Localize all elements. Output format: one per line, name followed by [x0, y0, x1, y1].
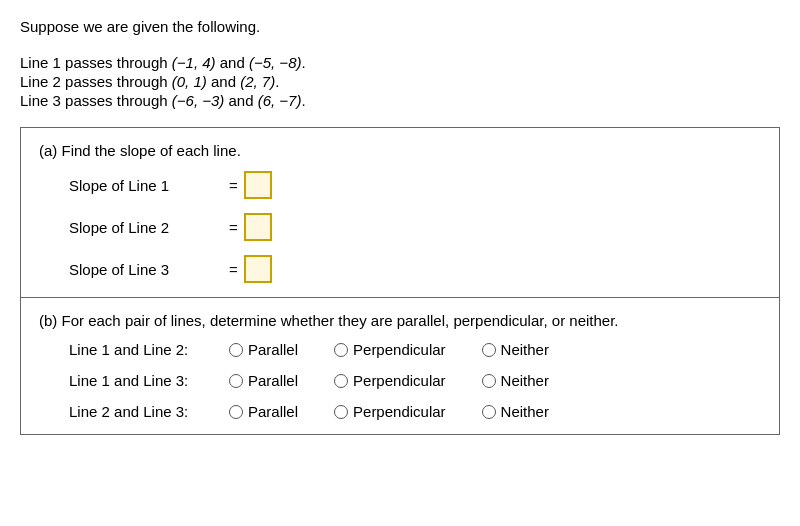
pair-1-neither-option[interactable]: Neither [482, 341, 549, 358]
pair-3-perpendicular-radio[interactable] [334, 405, 348, 419]
pair-1-neither-radio[interactable] [482, 343, 496, 357]
pair-2-radio-group: Parallel Perpendicular Neither [229, 372, 585, 389]
line2-desc: Line 2 passes through (0, 1) and (2, 7). [20, 73, 780, 90]
intro-title: Suppose we are given the following. [20, 18, 780, 35]
pair-3-parallel-label: Parallel [248, 403, 298, 420]
pair-1-perpendicular-label: Perpendicular [353, 341, 446, 358]
line1-desc: Line 1 passes through (−1, 4) and (−5, −… [20, 54, 780, 71]
pair-2-perpendicular-option[interactable]: Perpendicular [334, 372, 446, 389]
part-a-section: (a) Find the slope of each line. Slope o… [21, 128, 779, 298]
pair-2-neither-label: Neither [501, 372, 549, 389]
slope-input-3[interactable] [244, 255, 272, 283]
slope-input-1[interactable] [244, 171, 272, 199]
pair-3-neither-radio[interactable] [482, 405, 496, 419]
part-b-section: (b) For each pair of lines, determine wh… [21, 298, 779, 434]
part-b-title: (b) For each pair of lines, determine wh… [39, 312, 761, 329]
pair-2-parallel-option[interactable]: Parallel [229, 372, 298, 389]
pair-1-parallel-label: Parallel [248, 341, 298, 358]
pair-3-parallel-radio[interactable] [229, 405, 243, 419]
intro-section: Suppose we are given the following. Line… [20, 18, 780, 109]
slope-eq-2: = [229, 219, 238, 236]
slope-row-3: Slope of Line 3 = [69, 255, 761, 283]
slope-row-1: Slope of Line 1 = [69, 171, 761, 199]
slope-input-2[interactable] [244, 213, 272, 241]
pair-label-3: Line 2 and Line 3: [69, 403, 229, 420]
pair-3-parallel-option[interactable]: Parallel [229, 403, 298, 420]
pair-label-2: Line 1 and Line 3: [69, 372, 229, 389]
pair-1-radio-group: Parallel Perpendicular Neither [229, 341, 585, 358]
pair-1-perpendicular-radio[interactable] [334, 343, 348, 357]
slope-eq-1: = [229, 177, 238, 194]
pair-2-neither-option[interactable]: Neither [482, 372, 549, 389]
pair-3-perpendicular-option[interactable]: Perpendicular [334, 403, 446, 420]
pair-1-perpendicular-option[interactable]: Perpendicular [334, 341, 446, 358]
pair-1-parallel-option[interactable]: Parallel [229, 341, 298, 358]
pair-3-perpendicular-label: Perpendicular [353, 403, 446, 420]
pair-1-neither-label: Neither [501, 341, 549, 358]
slope-label-3: Slope of Line 3 [69, 261, 229, 278]
part-a-title: (a) Find the slope of each line. [39, 142, 761, 159]
slope-label-1: Slope of Line 1 [69, 177, 229, 194]
pair-label-1: Line 1 and Line 2: [69, 341, 229, 358]
pair-2-parallel-label: Parallel [248, 372, 298, 389]
slope-eq-3: = [229, 261, 238, 278]
pair-2-parallel-radio[interactable] [229, 374, 243, 388]
pair-3-neither-label: Neither [501, 403, 549, 420]
pair-3-radio-group: Parallel Perpendicular Neither [229, 403, 585, 420]
pair-row-2: Line 1 and Line 3: Parallel Perpendicula… [69, 372, 761, 389]
pair-3-neither-option[interactable]: Neither [482, 403, 549, 420]
pair-2-neither-radio[interactable] [482, 374, 496, 388]
pair-2-perpendicular-label: Perpendicular [353, 372, 446, 389]
line3-desc: Line 3 passes through (−6, −3) and (6, −… [20, 92, 780, 109]
pair-row-1: Line 1 and Line 2: Parallel Perpendicula… [69, 341, 761, 358]
pair-2-perpendicular-radio[interactable] [334, 374, 348, 388]
problem-box: (a) Find the slope of each line. Slope o… [20, 127, 780, 435]
slope-row-2: Slope of Line 2 = [69, 213, 761, 241]
pair-1-parallel-radio[interactable] [229, 343, 243, 357]
pair-row-3: Line 2 and Line 3: Parallel Perpendicula… [69, 403, 761, 420]
slope-label-2: Slope of Line 2 [69, 219, 229, 236]
